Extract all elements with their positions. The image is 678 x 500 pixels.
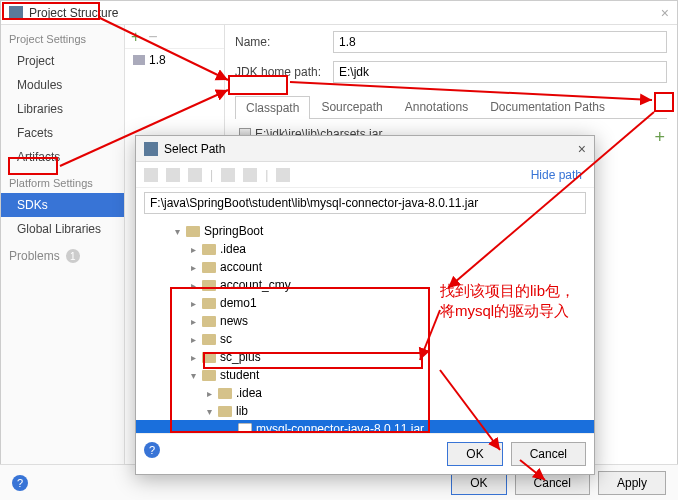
dialog-ok-button[interactable]: OK xyxy=(447,442,502,466)
window-close-icon[interactable]: × xyxy=(661,5,669,21)
tab-classpath[interactable]: Classpath xyxy=(235,96,310,119)
dialog-titlebar: Select Path × xyxy=(136,136,594,162)
tree-item[interactable]: ▸account_cmy xyxy=(136,276,594,294)
classpath-add-icon[interactable]: + xyxy=(654,127,665,148)
section-project-settings: Project Settings xyxy=(1,25,124,49)
tree-item[interactable]: ▾SpringBoot xyxy=(136,222,594,240)
home-icon[interactable] xyxy=(144,168,158,182)
sdk-tabs: Classpath Sourcepath Annotations Documen… xyxy=(235,95,667,119)
sdk-item[interactable]: 1.8 xyxy=(125,49,224,71)
tree-item[interactable]: ▾lib xyxy=(136,402,594,420)
file-tree: ▾SpringBoot ▸.idea ▸account ▸account_cmy… xyxy=(136,218,594,433)
desktop-icon[interactable] xyxy=(166,168,180,182)
nav-sdks[interactable]: SDKs xyxy=(1,193,124,217)
nav-project[interactable]: Project xyxy=(1,49,124,73)
path-input[interactable] xyxy=(144,192,586,214)
tree-item[interactable]: ▾student xyxy=(136,366,594,384)
main-apply-button[interactable]: Apply xyxy=(598,471,666,495)
nav-libraries[interactable]: Libraries xyxy=(1,97,124,121)
name-label: Name: xyxy=(235,35,325,49)
tree-item[interactable]: ▸account xyxy=(136,258,594,276)
dialog-toolbar: | | Hide path xyxy=(136,162,594,188)
tree-item[interactable]: ▸sc xyxy=(136,330,594,348)
tree-item[interactable]: ▸sc_plus xyxy=(136,348,594,366)
nav-artifacts[interactable]: Artifacts xyxy=(1,145,124,169)
tree-item[interactable]: ▸.idea xyxy=(136,384,594,402)
remove-sdk-icon[interactable]: − xyxy=(148,28,157,46)
name-input[interactable] xyxy=(333,31,667,53)
nav-modules[interactable]: Modules xyxy=(1,73,124,97)
jdk-home-label: JDK home path: xyxy=(235,65,325,79)
tree-item[interactable]: ▸demo1 xyxy=(136,294,594,312)
select-path-dialog: Select Path × | | Hide path ▾SpringBoot … xyxy=(135,135,595,475)
hide-path-link[interactable]: Hide path xyxy=(531,168,586,182)
tab-annotations[interactable]: Annotations xyxy=(394,95,479,118)
left-nav: Project Settings Project Modules Librari… xyxy=(1,25,125,499)
problems-count-badge: 1 xyxy=(66,249,80,263)
tree-item-selected[interactable]: mysql-connector-java-8.0.11.jar xyxy=(136,420,594,433)
delete-icon[interactable] xyxy=(243,168,257,182)
dialog-help-icon[interactable]: ? xyxy=(144,442,160,458)
add-sdk-icon[interactable]: + xyxy=(131,28,140,46)
dialog-button-bar: ? OK Cancel xyxy=(136,433,594,474)
nav-global-libraries[interactable]: Global Libraries xyxy=(1,217,124,241)
nav-facets[interactable]: Facets xyxy=(1,121,124,145)
section-platform-settings: Platform Settings xyxy=(1,169,124,193)
dialog-title: Select Path xyxy=(164,142,225,156)
tree-item[interactable]: ▸.idea xyxy=(136,240,594,258)
titlebar: Project Structure × xyxy=(1,1,677,25)
refresh-icon[interactable] xyxy=(276,168,290,182)
tree-item[interactable]: ▸news xyxy=(136,312,594,330)
dialog-cancel-button[interactable]: Cancel xyxy=(511,442,586,466)
nav-problems[interactable]: Problems 1 xyxy=(1,241,124,267)
new-folder-icon[interactable] xyxy=(221,168,235,182)
sdk-icon xyxy=(133,55,145,65)
app-icon xyxy=(9,6,23,20)
sdk-toolbar: + − xyxy=(125,25,224,49)
jdk-home-input[interactable] xyxy=(333,61,667,83)
tab-documentation[interactable]: Documentation Paths xyxy=(479,95,616,118)
window-title: Project Structure xyxy=(29,6,118,20)
project-icon[interactable] xyxy=(188,168,202,182)
tab-sourcepath[interactable]: Sourcepath xyxy=(310,95,393,118)
help-icon[interactable]: ? xyxy=(12,475,28,491)
dialog-close-icon[interactable]: × xyxy=(578,141,586,157)
dialog-icon xyxy=(144,142,158,156)
